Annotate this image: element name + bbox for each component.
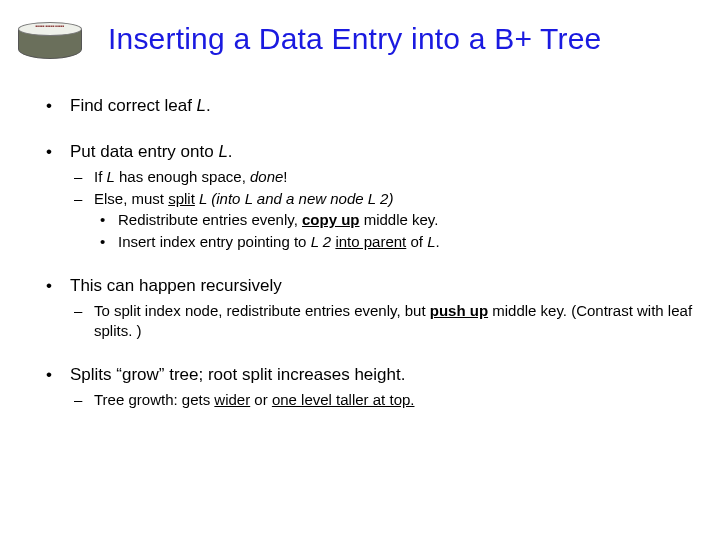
bullet-find-leaf: Find correct leaf L.: [40, 95, 700, 117]
text: Insert index entry pointing to: [118, 233, 311, 250]
text: !: [283, 168, 287, 185]
sub-list: To split index node, redistribute entrie…: [70, 301, 700, 340]
text: This can happen recursively: [70, 276, 282, 295]
sub-else-split: Else, must split L (into L and a new nod…: [70, 189, 700, 252]
text: or: [250, 391, 272, 408]
text: Find correct leaf: [70, 96, 197, 115]
sub-list: Tree growth: gets wider or one level tal…: [70, 390, 700, 410]
ss-redistribute: Redistribute entries evenly, copy up mid…: [94, 210, 700, 230]
text-italic: done: [250, 168, 283, 185]
text: Put data entry onto: [70, 142, 218, 161]
bullet-list: Find correct leaf L. Put data entry onto…: [40, 95, 700, 410]
text: of: [406, 233, 427, 250]
sub-list: If L has enough space, done! Else, must …: [70, 167, 700, 251]
text-italic: L (into L and a new node L 2): [199, 190, 393, 207]
text: Tree growth: gets: [94, 391, 214, 408]
text-underline: into parent: [335, 233, 406, 250]
text: .: [228, 142, 233, 161]
text: If: [94, 168, 107, 185]
text: .: [435, 233, 439, 250]
text-italic: L: [197, 96, 206, 115]
slide-body: Find correct leaf L. Put data entry onto…: [40, 95, 700, 434]
slide: ■■■■■ ■■■■■ ■■■■■ Inserting a Data Entry…: [0, 0, 720, 540]
sub-tree-growth: Tree growth: gets wider or one level tal…: [70, 390, 700, 410]
text: Splits “grow” tree; root split increases…: [70, 365, 405, 384]
text-underline: one level taller at top.: [272, 391, 415, 408]
ss-insert-index: Insert index entry pointing to L 2 into …: [94, 232, 700, 252]
text-bold-underline: push up: [430, 302, 488, 319]
text-italic: L: [218, 142, 227, 161]
text-italic: L: [107, 168, 115, 185]
bullet-recursive: This can happen recursively To split ind…: [40, 275, 700, 340]
sub-sub-list: Redistribute entries evenly, copy up mid…: [94, 210, 700, 251]
text: Redistribute entries evenly,: [118, 211, 302, 228]
text: has enough space,: [115, 168, 250, 185]
text-underline: split: [168, 190, 195, 207]
sub-split-index: To split index node, redistribute entrie…: [70, 301, 700, 340]
disk-text: ■■■■■ ■■■■■ ■■■■■: [26, 25, 74, 28]
sub-if-space: If L has enough space, done!: [70, 167, 700, 187]
slide-title: Inserting a Data Entry into a B+ Tree: [108, 22, 712, 56]
text-italic: L 2: [311, 233, 332, 250]
text: To split index node, redistribute entrie…: [94, 302, 430, 319]
text: .: [206, 96, 211, 115]
bullet-put-entry: Put data entry onto L. If L has enough s…: [40, 141, 700, 251]
text: middle key.: [360, 211, 439, 228]
text: Else, must: [94, 190, 168, 207]
logo-disk-icon: ■■■■■ ■■■■■ ■■■■■: [18, 22, 82, 62]
text-bold-underline: copy up: [302, 211, 360, 228]
bullet-splits-grow: Splits “grow” tree; root split increases…: [40, 364, 700, 410]
text-underline: wider: [214, 391, 250, 408]
